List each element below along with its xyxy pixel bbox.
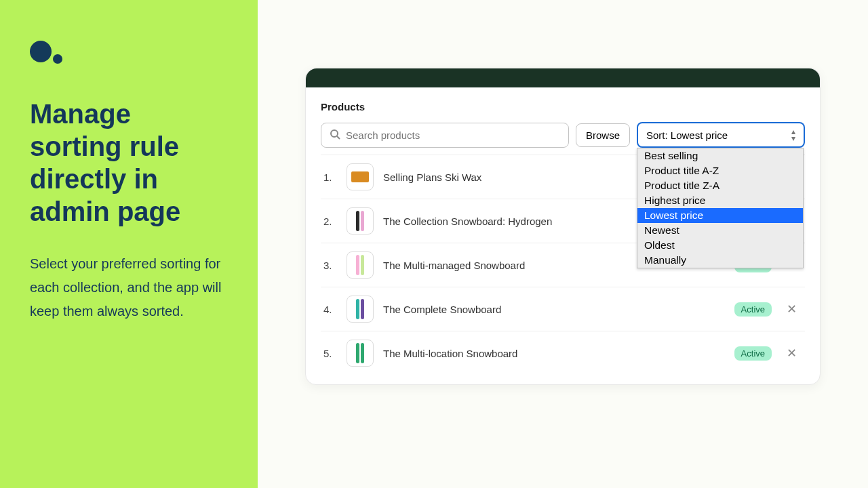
- row-index: 1.: [323, 171, 337, 183]
- product-thumbnail: [347, 163, 374, 190]
- product-thumbnail: [347, 340, 374, 367]
- sort-option-title-az[interactable]: Product title A-Z: [637, 163, 803, 178]
- row-index: 4.: [323, 304, 337, 315]
- sort-option-lowest-price[interactable]: Lowest price: [637, 208, 803, 223]
- sort-select-label: Sort: Lowest price: [646, 129, 728, 141]
- product-thumbnail: [347, 296, 374, 323]
- sort-option-highest-price[interactable]: Highest price: [637, 193, 803, 208]
- panel-title: Products: [321, 101, 805, 113]
- sort-dropdown: Best selling Product title A-Z Product t…: [637, 148, 804, 268]
- remove-button[interactable]: ✕: [781, 302, 802, 317]
- sort-option-manually[interactable]: Manually: [637, 253, 803, 268]
- list-item[interactable]: 4. The Complete Snowboard Active ✕: [321, 287, 805, 331]
- controls-row: Search products Browse Sort: Lowest pric…: [321, 122, 805, 148]
- admin-topbar: [306, 68, 820, 87]
- sort-option-best-selling[interactable]: Best selling: [637, 148, 803, 163]
- admin-window: Products Search products Browse Sort: Lo…: [305, 68, 821, 385]
- search-input[interactable]: Search products: [321, 123, 569, 148]
- remove-button[interactable]: ✕: [781, 346, 802, 361]
- chevron-updown-icon: ▴▾: [791, 128, 795, 142]
- promo-sidebar: Manage sorting rule directly in admin pa…: [0, 0, 258, 488]
- product-thumbnail: [347, 251, 374, 279]
- logo-dot-small: [53, 54, 62, 64]
- svg-point-0: [331, 130, 338, 137]
- status-badge: Active: [734, 346, 772, 361]
- headline: Manage sorting rule directly in admin pa…: [30, 98, 228, 228]
- row-index: 2.: [323, 216, 337, 227]
- product-thumbnail: [347, 207, 374, 235]
- sort-select[interactable]: Sort: Lowest price ▴▾ Best selling Produ…: [637, 122, 805, 148]
- sort-option-oldest[interactable]: Oldest: [637, 238, 803, 253]
- row-index: 3.: [323, 260, 337, 271]
- search-placeholder: Search products: [346, 129, 420, 141]
- svg-line-1: [337, 136, 340, 139]
- logo-dot-large: [30, 41, 52, 62]
- sort-option-title-za[interactable]: Product title Z-A: [637, 178, 803, 193]
- logo: [30, 41, 228, 65]
- sort-option-newest[interactable]: Newest: [637, 223, 803, 238]
- subtext: Select your preferred sorting for each c…: [30, 252, 228, 323]
- browse-button[interactable]: Browse: [576, 123, 630, 147]
- row-index: 5.: [323, 348, 337, 359]
- screenshot-area: Products Search products Browse Sort: Lo…: [258, 0, 868, 488]
- search-icon: [330, 129, 340, 142]
- list-item[interactable]: 5. The Multi-location Snowboard Active ✕: [321, 331, 805, 375]
- product-name: The Multi-location Snowboard: [383, 348, 725, 359]
- status-badge: Active: [734, 302, 772, 317]
- product-name: The Complete Snowboard: [383, 304, 725, 315]
